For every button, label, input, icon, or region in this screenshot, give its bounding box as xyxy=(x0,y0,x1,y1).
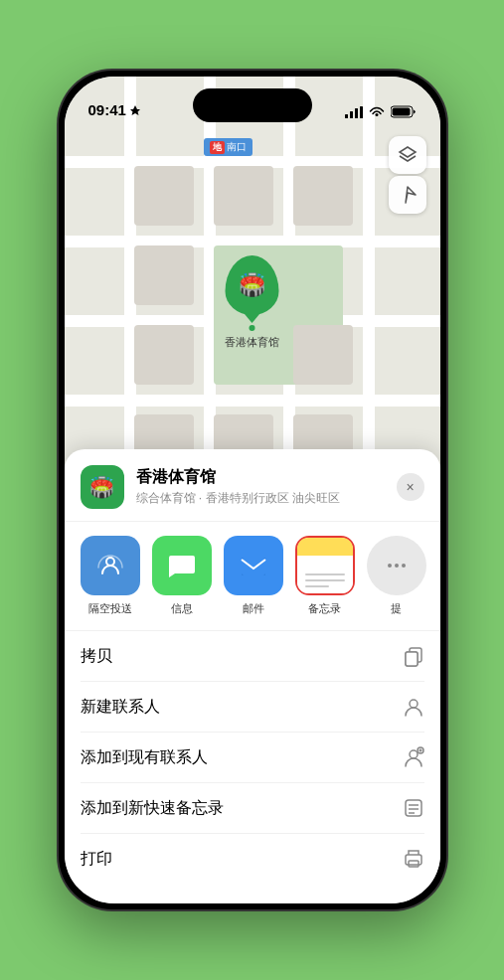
notes-line xyxy=(305,579,345,581)
venue-marker[interactable]: 🏟️ 香港体育馆 xyxy=(225,255,279,350)
messages-label: 信息 xyxy=(171,601,193,616)
share-row: 隔空投送 信息 xyxy=(65,522,440,631)
action-row-quick-note[interactable]: 添加到新快速备忘录 xyxy=(81,783,424,834)
venue-marker-name: 香港体育馆 xyxy=(225,335,279,350)
venue-header: 🏟️ 香港体育馆 综合体育馆 · 香港特别行政区 油尖旺区 × xyxy=(65,449,440,522)
bottom-sheet: 🏟️ 香港体育馆 综合体育馆 · 香港特别行政区 油尖旺区 × xyxy=(65,449,440,903)
svg-point-11 xyxy=(402,564,406,568)
phone-frame: 09:41 xyxy=(59,71,446,909)
venue-subtitle: 综合体育馆 · 香港特别行政区 油尖旺区 xyxy=(136,490,397,507)
map-area: 地 南口 🏟️ xyxy=(65,77,440,504)
venue-thumbnail: 🏟️ xyxy=(81,465,124,509)
quick-note-label: 添加到新快速备忘录 xyxy=(81,798,224,819)
person-plus-icon xyxy=(403,746,424,768)
map-block xyxy=(134,166,194,226)
action-row-copy[interactable]: 拷贝 xyxy=(81,631,424,682)
notes-icon-wrap xyxy=(295,536,355,595)
map-block xyxy=(134,325,194,385)
add-existing-label: 添加到现有联系人 xyxy=(81,747,208,768)
svg-point-10 xyxy=(395,564,399,568)
notes-icon xyxy=(297,538,353,593)
svg-rect-1 xyxy=(350,111,353,118)
subway-label: 地 南口 xyxy=(204,138,252,156)
svg-rect-2 xyxy=(355,108,358,118)
airdrop-label: 隔空投送 xyxy=(88,601,132,616)
print-icon xyxy=(403,848,424,870)
marker-pin: 🏟️ xyxy=(226,255,279,315)
messages-icon xyxy=(166,550,198,581)
svg-point-16 xyxy=(410,750,418,758)
svg-rect-3 xyxy=(360,106,363,118)
share-item-messages[interactable]: 信息 xyxy=(152,536,212,616)
airdrop-icon-wrap xyxy=(81,536,140,595)
venue-title: 香港体育馆 xyxy=(136,467,397,488)
battery-icon xyxy=(391,105,417,118)
close-icon: × xyxy=(406,479,414,495)
location-active-icon xyxy=(129,104,141,116)
action-row-new-contact[interactable]: 新建联系人 xyxy=(81,682,424,733)
note-icon xyxy=(403,797,424,819)
messages-icon-wrap xyxy=(152,536,212,595)
print-label: 打印 xyxy=(81,849,112,870)
action-row-add-existing[interactable]: 添加到现有联系人 xyxy=(81,733,424,783)
venue-info: 香港体育馆 综合体育馆 · 香港特别行政区 油尖旺区 xyxy=(136,467,397,507)
svg-point-6 xyxy=(106,558,114,566)
venue-dot xyxy=(250,325,255,331)
action-row-print[interactable]: 打印 xyxy=(81,834,424,884)
map-block xyxy=(293,325,353,385)
svg-rect-25 xyxy=(409,861,419,867)
svg-rect-5 xyxy=(392,108,410,116)
venue-marker-icon: 🏟️ xyxy=(239,272,265,298)
airdrop-icon xyxy=(94,550,126,581)
dynamic-island xyxy=(193,88,312,122)
copy-icon xyxy=(403,645,424,667)
svg-rect-8 xyxy=(242,558,265,575)
copy-label: 拷贝 xyxy=(81,646,112,667)
signal-icon xyxy=(345,106,363,118)
subway-label-text: 南口 xyxy=(227,140,247,154)
wifi-icon xyxy=(369,106,385,118)
map-location-button[interactable] xyxy=(389,176,426,214)
phone-screen: 09:41 xyxy=(65,77,440,903)
new-contact-label: 新建联系人 xyxy=(81,697,160,718)
status-time: 09:41 xyxy=(88,101,141,118)
notes-label: 备忘录 xyxy=(308,601,341,616)
location-arrow-icon xyxy=(399,186,417,204)
mail-icon-wrap xyxy=(224,536,283,595)
map-block xyxy=(214,166,273,226)
svg-rect-14 xyxy=(406,652,418,666)
share-item-airdrop[interactable]: 隔空投送 xyxy=(81,536,140,616)
more-label: 提 xyxy=(391,601,402,616)
road xyxy=(363,77,375,504)
svg-point-15 xyxy=(410,700,418,708)
mail-icon xyxy=(238,550,269,581)
venue-thumb-icon: 🏟️ xyxy=(89,475,114,499)
map-layers-button[interactable] xyxy=(389,136,426,174)
status-icons xyxy=(345,105,417,118)
action-list: 拷贝 新建联系人 添加到现有联 xyxy=(65,631,440,884)
map-controls xyxy=(389,136,426,214)
close-button[interactable]: × xyxy=(397,473,424,501)
svg-rect-0 xyxy=(345,114,348,118)
more-icon-wrap xyxy=(367,536,426,595)
dots-icon xyxy=(385,554,409,577)
map-block xyxy=(293,166,353,226)
more-icon xyxy=(367,536,426,595)
mail-label: 邮件 xyxy=(243,601,264,616)
notes-line xyxy=(305,573,345,575)
road xyxy=(65,395,440,407)
notes-line xyxy=(305,585,329,587)
time-display: 09:41 xyxy=(88,101,126,118)
share-item-more[interactable]: 提 xyxy=(367,536,426,616)
map-block xyxy=(134,245,194,305)
share-item-notes[interactable]: 备忘录 xyxy=(295,536,355,616)
share-item-mail[interactable]: 邮件 xyxy=(224,536,283,616)
svg-point-9 xyxy=(388,564,392,568)
layers-icon xyxy=(398,145,418,165)
person-add-icon xyxy=(403,696,424,718)
